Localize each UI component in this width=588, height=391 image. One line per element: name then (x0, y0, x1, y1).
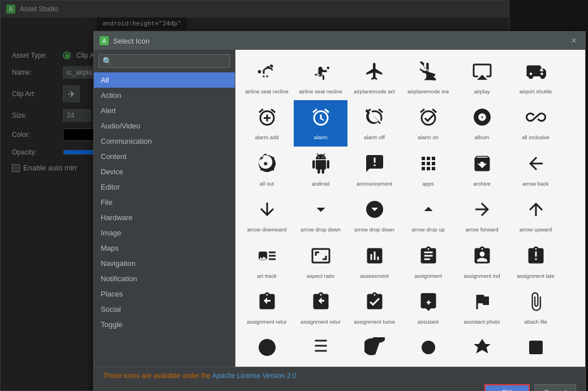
icon-apps[interactable]: apps (401, 147, 455, 192)
category-item-alert[interactable]: Alert (94, 103, 235, 118)
search-input[interactable] (114, 57, 216, 65)
icon-label: all inclusive (522, 134, 550, 140)
icon-label: airplanemode ina (407, 88, 449, 94)
category-item-image[interactable]: Image (94, 225, 235, 240)
icon-label: alarm add (255, 134, 278, 140)
alarm-icon (311, 107, 331, 131)
partial-1-icon (257, 337, 277, 358)
icon-arrow-drop-up[interactable]: arrow drop up (401, 192, 455, 238)
footer-buttons: OK Cancel (103, 384, 576, 391)
category-item-action[interactable]: Action (94, 88, 235, 103)
assignment-returned-icon (311, 291, 331, 315)
category-item-places[interactable]: Places (94, 286, 235, 302)
icon-alarm-add[interactable]: alarm add (240, 100, 294, 146)
category-list: All Action Alert Audio/Video Communicati… (94, 72, 235, 367)
icon-assistant-photo[interactable]: assistant photo (455, 285, 509, 330)
category-item-communication[interactable]: Communication (94, 134, 235, 149)
icon-assignment-turned-in[interactable]: assignment turne (347, 285, 401, 330)
airplanemode-inactive-icon (418, 61, 439, 85)
icon-partial-3[interactable] (347, 330, 401, 367)
assessment-icon (364, 246, 385, 269)
icon-label: album (475, 134, 490, 140)
icon-assignment-return[interactable]: assignment retur (240, 285, 294, 330)
aspect-ratio-icon (311, 246, 331, 269)
assignment-late-icon (526, 246, 546, 269)
icon-arrow-downward[interactable]: arrow downward (240, 192, 294, 238)
icon-label: airplanemode act (354, 88, 395, 94)
close-button[interactable]: × (568, 35, 580, 46)
announcement-icon (364, 153, 385, 177)
icon-label: airline seat recline (299, 88, 342, 94)
icon-all-out[interactable]: all out (240, 147, 294, 192)
icon-airplanemode-inactive[interactable]: airplanemode ina (401, 54, 455, 100)
all-inclusive-icon (526, 107, 546, 131)
icon-label: apps (422, 181, 434, 187)
category-item-file[interactable]: File (94, 195, 235, 210)
license-link[interactable]: Apache License Version 2.0 (212, 372, 297, 380)
icon-partial-2[interactable] (294, 330, 347, 367)
cancel-button[interactable]: Cancel (534, 384, 576, 391)
icon-all-inclusive[interactable]: all inclusive (509, 100, 563, 146)
icon-arrow-drop-down[interactable]: arrow drop down (294, 192, 347, 238)
icon-assistant[interactable]: assistant (401, 285, 455, 330)
icon-partial-4[interactable] (401, 330, 455, 367)
category-item-device[interactable]: Device (94, 164, 235, 179)
icon-attach-file[interactable]: attach file (509, 285, 563, 330)
icon-label: airline seat recline (245, 88, 289, 94)
icon-airport-shuttle[interactable]: airport shuttle (509, 54, 563, 100)
category-item-editor[interactable]: Editor (94, 179, 235, 195)
icon-assignment-ind[interactable]: assignment ind (455, 239, 509, 285)
all-out-icon (257, 153, 277, 177)
icon-assignment-late[interactable]: assignment late (509, 239, 563, 285)
archive-icon (472, 153, 492, 177)
icon-partial-5[interactable] (455, 330, 509, 367)
icon-arrow-forward[interactable]: arrow forward (455, 192, 509, 238)
icon-label: assignment turne (354, 319, 395, 325)
dialog-body: 🔍 All Action Alert Audio/Video Communica… (94, 50, 585, 367)
android-robot-icon (311, 153, 331, 177)
icon-label: assignment late (517, 273, 555, 279)
icon-airplay[interactable]: airplay (455, 54, 509, 100)
category-item-toggle[interactable]: Toggle (94, 317, 235, 332)
icon-assignment[interactable]: assignment (401, 239, 455, 285)
icon-partial-1[interactable] (240, 330, 294, 367)
icon-assessment[interactable]: assessment (347, 239, 401, 285)
arrow-downward-icon (257, 199, 277, 223)
icon-airplanemode-active[interactable]: airplanemode act (347, 54, 401, 100)
airline-seat-recline-normal-icon (311, 61, 331, 85)
icon-label: arrow back (522, 181, 548, 187)
search-box: 🔍 (98, 54, 230, 68)
icon-announcement[interactable]: announcement (347, 147, 401, 192)
icon-alarm-off[interactable]: alarm off (347, 100, 401, 146)
category-item-hardware[interactable]: Hardware (94, 210, 235, 225)
arrow-back-icon (526, 153, 546, 177)
category-item-notification[interactable]: Notification (94, 271, 235, 286)
icon-label: aspect ratio (307, 273, 334, 279)
icon-alarm-on[interactable]: alarm on (401, 100, 455, 146)
dialog-titlebar: A Select Icon × (94, 32, 585, 50)
category-item-social[interactable]: Social (94, 302, 235, 317)
icon-airline-seat-recline-extra[interactable]: airline seat recline (240, 54, 294, 100)
icon-arrow-upward[interactable]: arrow upward (509, 192, 563, 238)
airline-seat-recline-extra-icon (257, 61, 277, 85)
icon-partial-6[interactable] (509, 330, 563, 367)
category-item-all[interactable]: All (94, 72, 235, 88)
icon-alarm[interactable]: alarm (294, 100, 347, 146)
icon-airline-seat-recline-normal[interactable]: airline seat recline (294, 54, 347, 100)
icon-art-track[interactable]: art track (240, 239, 294, 285)
icon-aspect-ratio[interactable]: aspect ratio (294, 239, 347, 285)
icon-panel: airline seat recline airline seat reclin… (235, 50, 585, 367)
icon-album[interactable]: album (455, 100, 509, 146)
category-item-content[interactable]: Content (94, 149, 235, 164)
icon-android[interactable]: android (294, 147, 347, 192)
category-item-audio-video[interactable]: Audio/Video (94, 118, 235, 134)
ok-button[interactable]: OK (484, 384, 530, 391)
icon-arrow-drop-down-circle[interactable]: arrow drop down (347, 192, 401, 238)
partial-4-icon (418, 337, 439, 358)
airplay-icon (472, 61, 492, 85)
icon-archive[interactable]: archive (455, 147, 509, 192)
icon-assignment-returned[interactable]: assignment retur (294, 285, 347, 330)
icon-arrow-back[interactable]: arrow back (509, 147, 563, 192)
category-item-navigation[interactable]: Navigation (94, 256, 235, 271)
category-item-maps[interactable]: Maps (94, 240, 235, 256)
